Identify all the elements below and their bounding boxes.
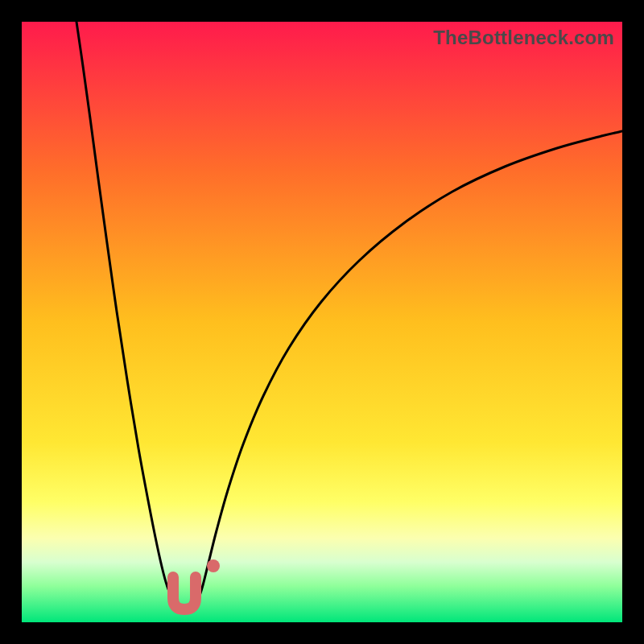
chart-canvas [22,22,622,622]
plot-area: TheBottleneck.com [22,22,622,622]
gradient-background [22,22,622,622]
dot-marker [207,559,220,572]
attribution-text: TheBottleneck.com [433,27,614,49]
